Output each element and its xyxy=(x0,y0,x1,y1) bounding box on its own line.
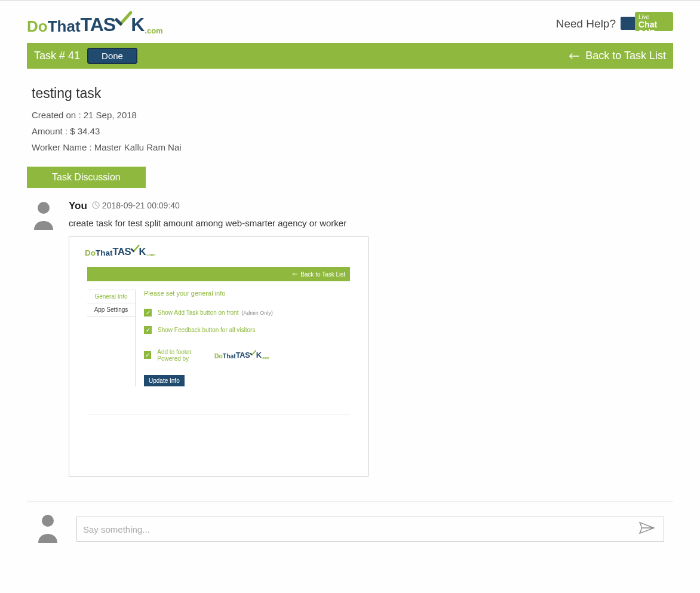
attachment-row-1: ✓ Show Add Task button on front (Admin O… xyxy=(144,309,350,317)
attachment-row-3: ✓ Add to footer. Powered by DoThatTASK.c… xyxy=(144,343,350,367)
send-icon xyxy=(638,521,655,534)
help-section: Need Help? Live Chat 24/7 xyxy=(556,12,673,36)
person-icon xyxy=(32,200,56,230)
back-to-list-link[interactable]: Back to Task List xyxy=(569,50,666,62)
attachment-row-2: ✓ Show Feedback button for all visitors xyxy=(144,326,350,334)
message: You 2018-09-21 00:09:40 create task for … xyxy=(32,200,668,477)
logo-suffix: .com xyxy=(145,26,162,35)
attachment-update-button: Update Info xyxy=(144,375,185,386)
back-label: Back to Task List xyxy=(585,50,666,62)
task-title: testing task xyxy=(32,85,668,102)
attachment-greenbar: Back to Task List xyxy=(87,267,350,281)
livechat-badge[interactable]: Live Chat 24/7 xyxy=(621,12,673,36)
logo-tas: TAS xyxy=(81,14,116,36)
message-author: You xyxy=(69,200,87,212)
message-header: You 2018-09-21 00:09:40 xyxy=(69,200,668,212)
attachment-back-label: Back to Task List xyxy=(300,271,345,278)
message-text: create task for test split amount among … xyxy=(69,218,668,228)
attachment-divider xyxy=(87,414,350,414)
attachment-heading: Please set your general info xyxy=(144,290,350,297)
send-button[interactable] xyxy=(636,519,658,539)
task-bar-left: Task # 41 Done xyxy=(34,48,137,64)
clock-icon xyxy=(92,201,100,209)
done-button[interactable]: Done xyxy=(87,48,137,64)
attachment-main: Please set your general info ✓ Show Add … xyxy=(135,290,350,386)
attachment-image[interactable]: DoThatTASK.com Back to Task List General… xyxy=(69,236,369,477)
logo[interactable]: DoThatTASK.com xyxy=(27,13,162,36)
logo-k: K xyxy=(131,14,144,36)
tab-discussion[interactable]: Task Discussion xyxy=(27,167,146,188)
task-worker: Worker Name : Master Kallu Ram Nai xyxy=(32,142,668,152)
header: DoThatTASK.com Need Help? Live Chat 24/7 xyxy=(0,1,700,43)
person-icon xyxy=(36,513,60,543)
checkbox-icon: ✓ xyxy=(144,309,152,317)
attachment-side-app: App Settings xyxy=(87,303,135,317)
livechat-line2: Chat 24/7 xyxy=(638,20,670,37)
task-number: Task # 41 xyxy=(34,50,80,62)
logo-do: Do xyxy=(27,17,48,36)
compose-input[interactable] xyxy=(83,524,636,534)
svg-point-2 xyxy=(42,515,54,527)
attachment-body: General Info App Settings Please set you… xyxy=(87,290,350,386)
composer xyxy=(0,502,700,569)
livechat-bubble: Live Chat 24/7 xyxy=(635,12,673,31)
message-timestamp: 2018-09-21 00:09:40 xyxy=(92,201,180,210)
checkbox-icon: ✓ xyxy=(144,326,152,334)
arrow-left-icon xyxy=(569,52,579,60)
help-text: Need Help? xyxy=(556,17,616,30)
checkbox-icon: ✓ xyxy=(144,351,151,359)
message-body: You 2018-09-21 00:09:40 create task for … xyxy=(69,200,668,477)
attachment-side-general: General Info xyxy=(87,290,135,303)
task-amount: Amount : $ 34.43 xyxy=(32,126,668,136)
task-bar: Task # 41 Done Back to Task List xyxy=(27,43,673,69)
attachment-logo: DoThatTASK.com xyxy=(85,245,227,255)
compose-box[interactable] xyxy=(76,517,664,542)
discussion-thread: You 2018-09-21 00:09:40 create task for … xyxy=(27,200,673,477)
logo-that: That xyxy=(48,17,81,36)
avatar xyxy=(32,200,56,232)
attachment-sidebar: General Info App Settings xyxy=(87,290,135,386)
svg-point-0 xyxy=(38,202,50,214)
content: testing task Created on : 21 Sep, 2018 A… xyxy=(0,69,700,477)
timestamp-value: 2018-09-21 00:09:40 xyxy=(102,201,180,210)
task-created: Created on : 21 Sep, 2018 xyxy=(32,110,668,120)
composer-avatar xyxy=(36,513,60,545)
